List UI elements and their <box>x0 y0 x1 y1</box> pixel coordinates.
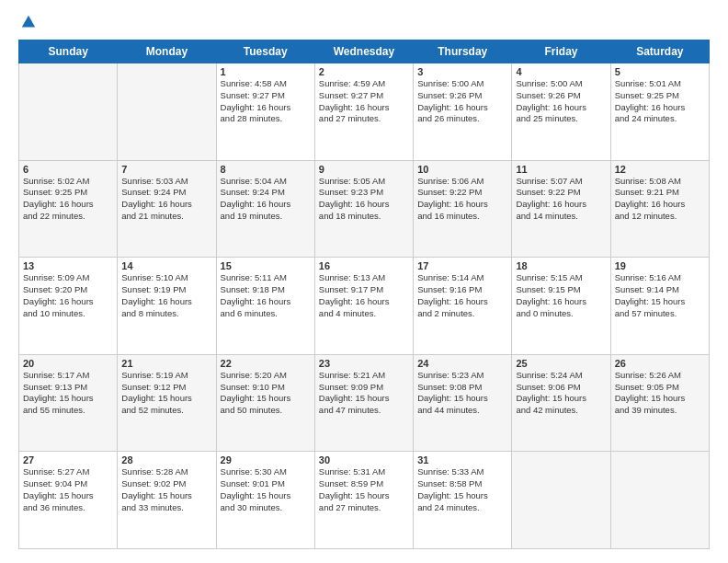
calendar-cell: 21Sunrise: 5:19 AM Sunset: 9:12 PM Dayli… <box>118 354 216 452</box>
calendar-cell: 24Sunrise: 5:23 AM Sunset: 9:08 PM Dayli… <box>414 354 512 452</box>
calendar-cell: 20Sunrise: 5:17 AM Sunset: 9:13 PM Dayli… <box>19 354 118 452</box>
day-info: Sunrise: 5:31 AM Sunset: 8:59 PM Dayligh… <box>319 466 409 513</box>
calendar-cell: 19Sunrise: 5:16 AM Sunset: 9:14 PM Dayli… <box>610 258 709 355</box>
day-number: 20 <box>23 358 113 369</box>
day-info: Sunrise: 5:10 AM Sunset: 9:19 PM Dayligh… <box>121 272 211 319</box>
week-row-4: 20Sunrise: 5:17 AM Sunset: 9:13 PM Dayli… <box>19 354 710 452</box>
header <box>18 14 710 30</box>
day-info: Sunrise: 5:00 AM Sunset: 9:26 PM Dayligh… <box>417 78 507 125</box>
day-info: Sunrise: 5:00 AM Sunset: 9:26 PM Dayligh… <box>516 78 606 125</box>
day-number: 5 <box>615 66 705 77</box>
calendar-cell: 14Sunrise: 5:10 AM Sunset: 9:19 PM Dayli… <box>118 258 216 355</box>
day-info: Sunrise: 4:58 AM Sunset: 9:27 PM Dayligh… <box>221 78 311 125</box>
calendar-cell: 25Sunrise: 5:24 AM Sunset: 9:06 PM Dayli… <box>512 354 610 452</box>
day-number: 21 <box>121 358 211 369</box>
day-info: Sunrise: 5:14 AM Sunset: 9:16 PM Dayligh… <box>417 272 507 319</box>
calendar-page: SundayMondayTuesdayWednesdayThursdayFrid… <box>0 0 728 563</box>
day-header-sunday: Sunday <box>19 40 118 63</box>
day-number: 13 <box>23 260 113 271</box>
week-row-1: 1Sunrise: 4:58 AM Sunset: 9:27 PM Daylig… <box>19 63 710 161</box>
calendar-cell: 5Sunrise: 5:01 AM Sunset: 9:25 PM Daylig… <box>610 63 709 161</box>
day-number: 23 <box>319 358 409 369</box>
day-header-thursday: Thursday <box>414 40 512 63</box>
calendar-cell: 12Sunrise: 5:08 AM Sunset: 9:21 PM Dayli… <box>610 160 709 258</box>
calendar-cell <box>118 63 216 161</box>
calendar-cell: 22Sunrise: 5:20 AM Sunset: 9:10 PM Dayli… <box>216 354 314 452</box>
day-number: 26 <box>615 358 705 369</box>
calendar-cell: 29Sunrise: 5:30 AM Sunset: 9:01 PM Dayli… <box>216 452 314 549</box>
day-info: Sunrise: 5:09 AM Sunset: 9:20 PM Dayligh… <box>23 272 113 319</box>
day-header-wednesday: Wednesday <box>314 40 413 63</box>
calendar-cell <box>610 452 709 549</box>
calendar-cell: 28Sunrise: 5:28 AM Sunset: 9:02 PM Dayli… <box>118 452 216 549</box>
days-header-row: SundayMondayTuesdayWednesdayThursdayFrid… <box>19 40 710 63</box>
day-number: 8 <box>221 164 311 175</box>
calendar-cell <box>19 63 118 161</box>
day-number: 11 <box>516 164 606 175</box>
day-info: Sunrise: 5:06 AM Sunset: 9:22 PM Dayligh… <box>417 176 507 223</box>
day-info: Sunrise: 5:24 AM Sunset: 9:06 PM Dayligh… <box>516 370 606 417</box>
calendar-cell: 31Sunrise: 5:33 AM Sunset: 8:58 PM Dayli… <box>414 452 512 549</box>
calendar-cell: 9Sunrise: 5:05 AM Sunset: 9:23 PM Daylig… <box>314 160 413 258</box>
day-info: Sunrise: 5:03 AM Sunset: 9:24 PM Dayligh… <box>121 176 211 223</box>
day-info: Sunrise: 5:11 AM Sunset: 9:18 PM Dayligh… <box>221 272 311 319</box>
day-number: 14 <box>121 260 211 271</box>
calendar-cell: 26Sunrise: 5:26 AM Sunset: 9:05 PM Dayli… <box>610 354 709 452</box>
calendar-cell: 10Sunrise: 5:06 AM Sunset: 9:22 PM Dayli… <box>414 160 512 258</box>
day-info: Sunrise: 5:01 AM Sunset: 9:25 PM Dayligh… <box>615 78 705 125</box>
day-number: 16 <box>319 260 409 271</box>
day-info: Sunrise: 5:33 AM Sunset: 8:58 PM Dayligh… <box>417 466 507 513</box>
day-info: Sunrise: 5:26 AM Sunset: 9:05 PM Dayligh… <box>615 370 705 417</box>
calendar-cell: 6Sunrise: 5:02 AM Sunset: 9:25 PM Daylig… <box>19 160 118 258</box>
calendar-cell: 23Sunrise: 5:21 AM Sunset: 9:09 PM Dayli… <box>314 354 413 452</box>
day-number: 15 <box>221 260 311 271</box>
calendar-cell: 4Sunrise: 5:00 AM Sunset: 9:26 PM Daylig… <box>512 63 610 161</box>
day-number: 4 <box>516 66 606 77</box>
day-number: 7 <box>121 164 211 175</box>
day-number: 31 <box>417 454 507 465</box>
calendar-cell: 16Sunrise: 5:13 AM Sunset: 9:17 PM Dayli… <box>314 258 413 355</box>
day-header-saturday: Saturday <box>610 40 709 63</box>
calendar-table: SundayMondayTuesdayWednesdayThursdayFrid… <box>18 40 710 549</box>
day-info: Sunrise: 5:27 AM Sunset: 9:04 PM Dayligh… <box>23 466 113 513</box>
day-info: Sunrise: 5:19 AM Sunset: 9:12 PM Dayligh… <box>121 370 211 417</box>
day-info: Sunrise: 5:07 AM Sunset: 9:22 PM Dayligh… <box>516 176 606 223</box>
day-number: 30 <box>319 454 409 465</box>
day-header-monday: Monday <box>118 40 216 63</box>
day-number: 9 <box>319 164 409 175</box>
day-number: 3 <box>417 66 507 77</box>
calendar-cell: 2Sunrise: 4:59 AM Sunset: 9:27 PM Daylig… <box>314 63 413 161</box>
calendar-cell: 27Sunrise: 5:27 AM Sunset: 9:04 PM Dayli… <box>19 452 118 549</box>
calendar-cell: 7Sunrise: 5:03 AM Sunset: 9:24 PM Daylig… <box>118 160 216 258</box>
calendar-cell: 13Sunrise: 5:09 AM Sunset: 9:20 PM Dayli… <box>19 258 118 355</box>
day-number: 28 <box>121 454 211 465</box>
calendar-cell: 18Sunrise: 5:15 AM Sunset: 9:15 PM Dayli… <box>512 258 610 355</box>
calendar-cell: 11Sunrise: 5:07 AM Sunset: 9:22 PM Dayli… <box>512 160 610 258</box>
calendar-cell: 15Sunrise: 5:11 AM Sunset: 9:18 PM Dayli… <box>216 258 314 355</box>
week-row-3: 13Sunrise: 5:09 AM Sunset: 9:20 PM Dayli… <box>19 258 710 355</box>
day-info: Sunrise: 5:16 AM Sunset: 9:14 PM Dayligh… <box>615 272 705 319</box>
day-info: Sunrise: 5:20 AM Sunset: 9:10 PM Dayligh… <box>221 370 311 417</box>
day-number: 12 <box>615 164 705 175</box>
day-info: Sunrise: 5:02 AM Sunset: 9:25 PM Dayligh… <box>23 176 113 223</box>
day-info: Sunrise: 5:15 AM Sunset: 9:15 PM Dayligh… <box>516 272 606 319</box>
calendar-cell: 30Sunrise: 5:31 AM Sunset: 8:59 PM Dayli… <box>314 452 413 549</box>
day-header-tuesday: Tuesday <box>216 40 314 63</box>
day-info: Sunrise: 5:28 AM Sunset: 9:02 PM Dayligh… <box>121 466 211 513</box>
day-info: Sunrise: 5:05 AM Sunset: 9:23 PM Dayligh… <box>319 176 409 223</box>
day-info: Sunrise: 5:08 AM Sunset: 9:21 PM Dayligh… <box>615 176 705 223</box>
calendar-cell: 8Sunrise: 5:04 AM Sunset: 9:24 PM Daylig… <box>216 160 314 258</box>
week-row-5: 27Sunrise: 5:27 AM Sunset: 9:04 PM Dayli… <box>19 452 710 549</box>
day-number: 24 <box>417 358 507 369</box>
day-number: 18 <box>516 260 606 271</box>
svg-marker-0 <box>22 16 35 28</box>
day-number: 25 <box>516 358 606 369</box>
day-number: 6 <box>23 164 113 175</box>
day-number: 29 <box>221 454 311 465</box>
day-number: 10 <box>417 164 507 175</box>
logo-icon <box>20 14 37 30</box>
day-info: Sunrise: 5:13 AM Sunset: 9:17 PM Dayligh… <box>319 272 409 319</box>
day-number: 1 <box>221 66 311 77</box>
day-info: Sunrise: 5:04 AM Sunset: 9:24 PM Dayligh… <box>221 176 311 223</box>
calendar-cell: 1Sunrise: 4:58 AM Sunset: 9:27 PM Daylig… <box>216 63 314 161</box>
